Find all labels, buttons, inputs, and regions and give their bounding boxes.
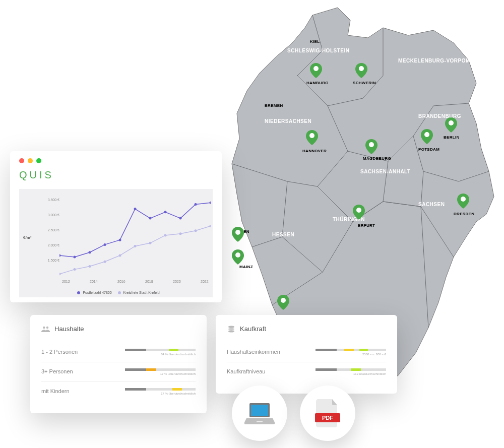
price-chart: €/m² 3.500 € 3.000 € 2.500 € 2.000 € 1.5…	[19, 189, 213, 297]
legend-dot-icon	[118, 291, 121, 294]
map-pin-icon[interactable]	[421, 129, 433, 144]
y-tick: 2.000 €	[39, 243, 59, 247]
svg-point-20	[195, 203, 197, 206]
city-label: BREMEN	[265, 103, 283, 108]
svg-point-22	[59, 273, 61, 275]
people-icon	[41, 326, 50, 333]
region-label: SACHSEN	[418, 202, 445, 207]
map-pin-icon[interactable]	[306, 130, 318, 145]
svg-text:PDF: PDF	[322, 415, 333, 421]
panel-header: Haushalte	[41, 325, 196, 333]
svg-rect-40	[257, 421, 263, 422]
map-pin-icon[interactable]	[445, 117, 457, 133]
svg-point-17	[149, 217, 152, 220]
metric-label: Haushaltseinkommen	[227, 349, 316, 355]
city-label: HANNOVER	[302, 149, 327, 153]
metric-label: Kaufkraftniveau	[227, 368, 316, 374]
svg-point-30	[179, 232, 182, 235]
svg-point-0	[313, 66, 319, 71]
metric-sub: 113 überdurchschnittlich	[316, 372, 386, 375]
metric-sub: 17 % überdurchschnittlich	[125, 392, 196, 395]
region-label: HESSEN	[272, 232, 294, 237]
x-tick: 2018	[145, 280, 153, 283]
metric-bar: 2500 − u. 300 − €	[316, 349, 386, 356]
svg-point-12	[74, 256, 76, 259]
city-label: ERFURT	[358, 223, 375, 228]
map-pin-icon[interactable]	[457, 194, 469, 209]
city-label: MAGDEBURG	[363, 156, 391, 161]
x-tick: 2014	[90, 280, 98, 283]
svg-point-11	[59, 254, 61, 257]
svg-point-37	[228, 330, 234, 332]
svg-point-9	[235, 252, 240, 258]
chart-legend: Postleitzahl 47800 Kreisfreie Stadt Kref…	[19, 291, 213, 294]
svg-point-31	[195, 229, 197, 232]
metric-bar: 17 % unterdurchschnittlich	[125, 368, 196, 375]
window-fullscreen-icon[interactable]	[36, 158, 41, 163]
svg-point-5	[424, 132, 429, 137]
metric-row: Haushaltseinkommen2500 − u. 300 − €	[227, 343, 386, 362]
city-label: HAMBURG	[306, 81, 329, 85]
svg-point-36	[228, 328, 234, 330]
metric-row: 1 - 2 Personen84 % überdurchschnittlich	[41, 343, 196, 362]
laptop-icon	[244, 401, 275, 425]
svg-point-8	[235, 230, 240, 235]
city-label: BERLIN	[444, 135, 460, 140]
svg-point-2	[309, 133, 314, 138]
map-pin-icon[interactable]	[355, 63, 367, 78]
metric-sub: 2500 − u. 300 − €	[316, 353, 386, 356]
svg-point-21	[210, 202, 211, 204]
metric-sub: 17 % unterdurchschnittlich	[125, 372, 196, 375]
window-minimize-icon[interactable]	[28, 158, 33, 163]
browser-window: QUIS €/m² 3.500 € 3.000 € 2.500 € 2.000 …	[10, 151, 222, 302]
svg-point-14	[104, 243, 106, 246]
legend-dot-icon	[77, 291, 80, 294]
x-tick: 2020	[173, 280, 181, 283]
legend-label: Postleitzahl 47800	[83, 291, 111, 294]
metric-bar: 113 überdurchschnittlich	[316, 368, 386, 375]
map-pin-icon[interactable]	[232, 227, 244, 242]
region-label: MECKELENBURG-VORPOMMERN	[398, 58, 486, 63]
kaufkraft-panel: Kaufkraft Haushaltseinkommen2500 − u. 30…	[216, 315, 397, 394]
region-label: NIEDERSACHSEN	[265, 118, 311, 124]
map-pin-icon[interactable]	[310, 63, 322, 78]
svg-point-29	[164, 234, 167, 236]
svg-point-26	[119, 254, 121, 257]
svg-point-13	[89, 251, 91, 253]
metric-label: 3+ Personen	[41, 368, 125, 374]
svg-point-18	[164, 211, 167, 213]
x-tick: 2012	[62, 280, 70, 283]
metric-row: mit Kindern17 % überdurchschnittlich	[41, 382, 196, 401]
y-tick: 1.500 €	[39, 259, 59, 262]
svg-point-23	[74, 268, 76, 271]
pdf-icon: PDF	[315, 399, 340, 427]
laptop-card[interactable]	[232, 386, 287, 441]
svg-point-3	[369, 142, 374, 147]
window-close-icon[interactable]	[19, 158, 24, 163]
svg-point-25	[104, 261, 106, 263]
svg-point-35	[228, 326, 234, 328]
metric-bar: 17 % überdurchschnittlich	[125, 388, 196, 395]
svg-point-6	[356, 208, 361, 213]
haushalte-panel: Haushalte 1 - 2 Personen84 % überdurchsc…	[30, 315, 207, 413]
region-label: SACHSEN-ANHALT	[360, 169, 411, 174]
map-pin-icon[interactable]	[232, 249, 244, 265]
svg-point-16	[134, 208, 137, 210]
city-label: SCHWERIN	[353, 81, 376, 85]
city-label: POTSDAM	[418, 147, 439, 152]
region-label: SCHLESWIG-HOLSTEIN	[287, 48, 349, 53]
y-tick: 3.500 €	[39, 198, 59, 202]
chart-lines	[59, 197, 211, 277]
city-label: DRESDEN	[454, 212, 474, 216]
pdf-card[interactable]: PDF	[300, 386, 355, 441]
window-traffic-lights	[19, 158, 213, 163]
svg-point-10	[281, 298, 286, 303]
svg-rect-39	[251, 405, 268, 416]
y-axis-label: €/m²	[23, 235, 31, 240]
map-pin-icon[interactable]	[365, 139, 377, 154]
map-pin-icon[interactable]	[353, 205, 365, 220]
map-pin-icon[interactable]	[277, 295, 289, 310]
svg-point-32	[210, 225, 211, 227]
y-tick: 2.500 €	[39, 228, 59, 232]
panel-header: Kaufkraft	[227, 325, 386, 333]
